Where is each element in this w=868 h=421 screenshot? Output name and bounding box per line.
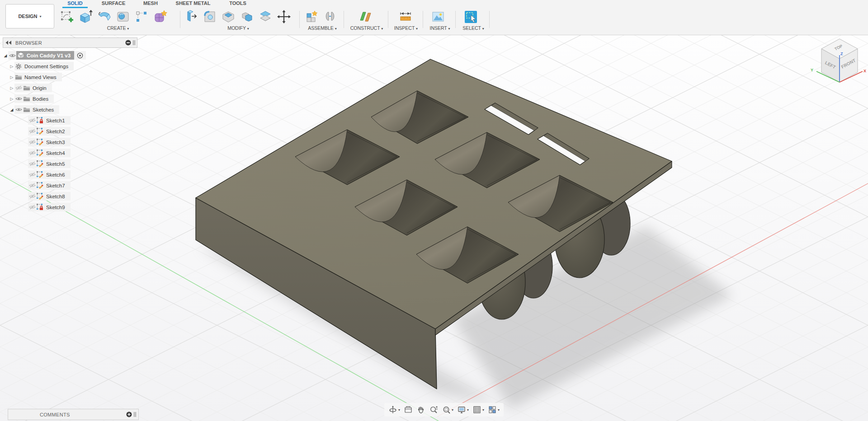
collapse-panel-icon[interactable] bbox=[5, 41, 12, 45]
toolbar-separator bbox=[455, 11, 456, 28]
browser-row-sketch[interactable]: Sketch8 bbox=[28, 192, 137, 201]
tab-surface[interactable]: SURFACE bbox=[97, 0, 130, 8]
x-axis-label: X bbox=[863, 69, 866, 73]
document-name-label: Coin Caddy V1 v3 bbox=[27, 53, 71, 58]
select-icon[interactable] bbox=[462, 9, 479, 24]
press-pull-icon[interactable] bbox=[183, 9, 200, 24]
eye-visible-icon[interactable] bbox=[14, 107, 23, 112]
move-copy-icon[interactable] bbox=[275, 9, 292, 24]
new-component-icon[interactable] bbox=[303, 9, 320, 24]
browser-row-document-settings[interactable]: ▷ Document Settings bbox=[9, 62, 137, 70]
eye-hidden-icon[interactable] bbox=[28, 150, 36, 155]
sketch-editable-icon bbox=[36, 160, 44, 167]
viewports-icon[interactable]: ▾ bbox=[487, 404, 500, 415]
eye-hidden-icon[interactable] bbox=[28, 183, 36, 188]
expand-collapse-icon[interactable]: ▷ bbox=[9, 97, 14, 101]
create-group-label[interactable]: CREATE ▾ bbox=[102, 25, 134, 31]
rectangular-pattern-icon[interactable] bbox=[133, 9, 150, 24]
construction-plane-icon[interactable] bbox=[357, 9, 374, 24]
expand-collapse-icon[interactable]: ▷ bbox=[9, 86, 14, 90]
eye-hidden-icon[interactable] bbox=[28, 118, 36, 123]
hole-icon[interactable] bbox=[114, 9, 132, 24]
panel-display-toggle-icon[interactable] bbox=[125, 40, 131, 46]
tab-mesh[interactable]: MESH bbox=[138, 0, 163, 8]
pan-icon[interactable] bbox=[416, 404, 426, 415]
browser-row-sketch[interactable]: Sketch3 bbox=[28, 138, 137, 146]
tab-solid[interactable]: SOLID bbox=[63, 0, 87, 8]
browser-row-named-views[interactable]: ▷ Named Views bbox=[9, 73, 137, 81]
sketch-name-label: Sketch5 bbox=[46, 161, 65, 167]
folder-icon bbox=[23, 96, 31, 101]
offset-face-icon[interactable] bbox=[257, 9, 274, 24]
eye-hidden-icon[interactable] bbox=[28, 140, 36, 145]
browser-row-sketch[interactable]: Sketch7 bbox=[28, 181, 137, 190]
eye-hidden-icon[interactable] bbox=[28, 172, 36, 177]
assemble-group-label[interactable]: ASSEMBLE ▾ bbox=[302, 25, 343, 31]
toolbar-separator bbox=[344, 11, 344, 28]
browser-row-sketch[interactable]: Sketch2 bbox=[28, 127, 137, 136]
browser-row-root-component[interactable]: ◢ Coin Caddy V1 v3 bbox=[3, 51, 137, 60]
eye-hidden-icon[interactable] bbox=[28, 129, 36, 134]
fillet-icon[interactable] bbox=[201, 9, 218, 24]
shell-icon[interactable] bbox=[220, 9, 237, 24]
joint-icon[interactable] bbox=[321, 9, 339, 24]
comments-panel[interactable]: COMMENTS bbox=[8, 409, 139, 420]
browser-row-sketch[interactable]: Sketch5 bbox=[28, 159, 137, 168]
eye-hidden-icon[interactable] bbox=[28, 161, 36, 166]
zoom-icon[interactable] bbox=[429, 404, 439, 415]
panel-grip-icon[interactable] bbox=[134, 412, 137, 417]
insert-image-icon[interactable] bbox=[429, 9, 447, 24]
browser-row-sketches[interactable]: ◢ Sketches bbox=[9, 105, 137, 114]
browser-row-sketch[interactable]: Sketch1 bbox=[28, 116, 137, 125]
browser-row-bodies[interactable]: ▷ Bodies bbox=[9, 94, 137, 103]
modify-group-label[interactable]: MODIFY ▾ bbox=[222, 25, 254, 31]
eye-hidden-icon[interactable] bbox=[28, 194, 36, 199]
activate-component-radio-icon[interactable] bbox=[76, 52, 84, 59]
create-group bbox=[59, 9, 169, 24]
insert-group-label[interactable]: INSERT ▾ bbox=[426, 25, 454, 31]
revolve-icon[interactable] bbox=[96, 9, 113, 24]
workspace-selector-button[interactable]: DESIGN ▾ bbox=[5, 4, 54, 28]
y-axis-label: Y bbox=[811, 68, 813, 72]
inspect-group-label[interactable]: INSPECT ▾ bbox=[390, 25, 422, 31]
tab-sheet-metal[interactable]: SHEET METAL bbox=[174, 0, 212, 8]
measure-icon[interactable] bbox=[397, 9, 414, 24]
extrude-icon[interactable] bbox=[77, 9, 94, 24]
eye-hidden-icon[interactable] bbox=[14, 85, 23, 90]
select-group-label[interactable]: SELECT ▾ bbox=[459, 25, 487, 31]
tab-tools[interactable]: TOOLS bbox=[227, 0, 249, 8]
eye-visible-icon[interactable] bbox=[14, 96, 23, 101]
insert-group bbox=[429, 9, 447, 24]
browser-row-sketch[interactable]: Sketch6 bbox=[28, 170, 137, 179]
eye-hidden-icon[interactable] bbox=[28, 205, 36, 210]
sketch-name-label: Sketch1 bbox=[46, 118, 65, 123]
eye-visible-icon[interactable] bbox=[8, 53, 16, 58]
display-settings-icon[interactable]: ▾ bbox=[457, 404, 469, 415]
sketch-editable-icon bbox=[36, 182, 44, 189]
construct-group-label[interactable]: CONSTRUCT ▾ bbox=[347, 25, 386, 31]
expand-collapse-icon[interactable]: ▷ bbox=[9, 75, 14, 80]
component-cube-icon bbox=[17, 52, 24, 59]
combine-icon[interactable] bbox=[238, 9, 255, 24]
create-form-icon[interactable] bbox=[151, 9, 169, 24]
grid-and-snaps-icon[interactable]: ▾ bbox=[472, 404, 485, 415]
panel-grip-icon[interactable] bbox=[133, 40, 136, 46]
browser-row-sketch[interactable]: Sketch4 bbox=[28, 149, 137, 157]
folder-icon bbox=[23, 85, 31, 90]
sketch-editable-icon bbox=[36, 150, 44, 156]
expand-collapse-icon[interactable]: ◢ bbox=[9, 108, 14, 112]
browser-panel-header[interactable]: BROWSER bbox=[3, 37, 137, 48]
orbit-icon[interactable]: ▾ bbox=[388, 404, 401, 415]
add-comment-icon[interactable] bbox=[126, 412, 132, 417]
expand-collapse-icon[interactable]: ▷ bbox=[9, 64, 14, 69]
expand-collapse-icon[interactable]: ◢ bbox=[3, 53, 8, 58]
browser-row-origin[interactable]: ▷ Origin bbox=[9, 84, 137, 92]
selected-document-node[interactable]: Coin Caddy V1 v3 bbox=[16, 51, 74, 60]
sketch-editable-icon bbox=[36, 139, 44, 145]
fit-icon[interactable]: ▾ bbox=[441, 404, 454, 415]
sketch-locked-icon bbox=[36, 117, 44, 124]
create-sketch-icon[interactable] bbox=[59, 9, 76, 24]
browser-row-sketch[interactable]: Sketch9 bbox=[28, 203, 137, 211]
look-at-icon[interactable] bbox=[403, 404, 413, 415]
view-cube[interactable]: TOP LEFT FRONT Z Y X bbox=[806, 37, 867, 89]
